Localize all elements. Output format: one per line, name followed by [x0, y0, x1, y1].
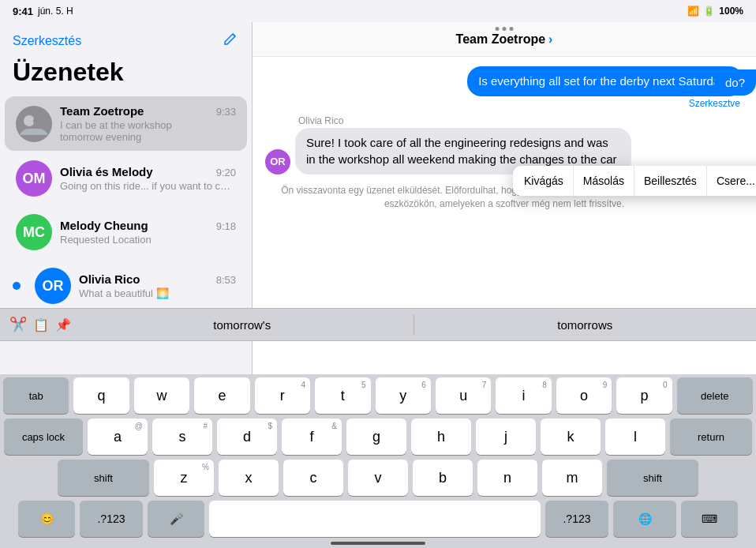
key-y[interactable]: 6y	[376, 377, 431, 414]
key-s[interactable]: #s	[152, 419, 212, 455]
home-indicator	[331, 542, 425, 545]
keyboard: tab q w e 4r 5t 6y 7u 8i 9o 0p delete ca…	[0, 374, 756, 548]
tab-key[interactable]: tab	[3, 377, 69, 414]
return-key[interactable]: return	[670, 419, 752, 455]
message-time: 9:18	[216, 220, 236, 232]
key-x[interactable]: x	[219, 460, 279, 496]
partial-bubble: do?	[714, 69, 756, 96]
autocomplete-suggestion-1[interactable]: tomorrow's	[71, 318, 414, 332]
avatar-small: OR	[265, 149, 290, 175]
mic-key[interactable]: 🎤	[148, 501, 204, 537]
list-item[interactable]: MC Melody Cheung 9:18 Requested Location	[5, 206, 247, 258]
sidebar-edit-button[interactable]: Szerkesztés	[13, 34, 81, 48]
message-time: 9:33	[216, 106, 236, 118]
key-r[interactable]: 4r	[255, 377, 310, 414]
message-top: Team Zoetrope 9:33	[60, 104, 236, 118]
status-right-icons: 📶 🔋 100%	[687, 6, 743, 17]
message-top: Olivia Rico 8:53	[79, 272, 236, 286]
message-sender: Team Zoetrope	[60, 104, 144, 118]
key-c[interactable]: c	[283, 460, 343, 496]
message-content: Team Zoetrope 9:33 I can be at the works…	[60, 104, 236, 143]
context-paste[interactable]: Beillesztés	[634, 166, 707, 196]
keyboard-row-2: caps lock @a #s $d &f g h j k l return	[3, 419, 753, 455]
key-k[interactable]: k	[541, 419, 601, 455]
paste-icon[interactable]: 📌	[55, 317, 71, 332]
globe-key[interactable]: 🌐	[613, 501, 676, 537]
key-w[interactable]: w	[134, 377, 189, 414]
autocomplete-suggestion-2[interactable]: tomorrows	[414, 318, 757, 332]
key-g[interactable]: g	[346, 419, 406, 455]
key-a[interactable]: @a	[88, 419, 148, 455]
scissors-icon[interactable]: ✂️	[9, 316, 27, 333]
list-item[interactable]: Team Zoetrope 9:33 I can be at the works…	[5, 96, 247, 151]
battery-icon: 🔋	[703, 6, 715, 17]
clipboard-icons: ✂️ 📋 📌	[0, 316, 71, 333]
key-b[interactable]: b	[413, 460, 473, 496]
sidebar-compose-button[interactable]	[222, 30, 239, 51]
key-m[interactable]: m	[542, 460, 602, 496]
key-u[interactable]: 7u	[436, 377, 491, 414]
edited-label: Szerkesztve	[689, 98, 740, 109]
wifi-icon: 📶	[687, 6, 699, 17]
chat-chevron: ›	[548, 32, 552, 47]
key-h[interactable]: h	[411, 419, 471, 455]
copy-icon[interactable]: 📋	[33, 317, 49, 332]
key-p[interactable]: 0p	[616, 377, 672, 414]
list-item[interactable]: OM Olivia és Melody 9:20 Going on this r…	[5, 152, 247, 205]
chat-header: Team Zoetrope ›	[253, 22, 756, 57]
key-t[interactable]: 5t	[315, 377, 370, 414]
delete-key[interactable]: delete	[677, 377, 753, 414]
context-menu: Kivágás Másolás Beillesztés Csere... Aut…	[513, 166, 756, 196]
context-cut[interactable]: Kivágás	[515, 166, 574, 196]
keyboard-row-4: 😊 .?123 🎤 .?123 🌐 ⌨	[3, 501, 753, 537]
sidebar-header: Szerkesztés	[0, 22, 252, 58]
num-key-right[interactable]: .?123	[545, 501, 608, 537]
avatar: OR	[35, 268, 71, 304]
outgoing-bubble: Is everything all set for the derby next…	[467, 66, 743, 96]
left-shift-key[interactable]: shift	[58, 460, 149, 496]
key-j[interactable]: j	[476, 419, 536, 455]
key-d[interactable]: $d	[217, 419, 277, 455]
message-time: 9:20	[216, 167, 236, 178]
caps-lock-key[interactable]: caps lock	[4, 419, 83, 455]
key-i[interactable]: 8i	[496, 377, 551, 414]
list-item[interactable]: OR Olivia Rico 8:53 What a beautiful 🌅	[5, 260, 247, 312]
key-v[interactable]: v	[348, 460, 408, 496]
message-top: Melody Cheung 9:18	[60, 219, 236, 232]
space-key[interactable]	[209, 501, 541, 537]
avatar	[16, 106, 52, 142]
chat-title: Team Zoetrope	[456, 32, 546, 47]
key-f[interactable]: &f	[282, 419, 342, 455]
message-content: Melody Cheung 9:18 Requested Location	[60, 219, 236, 246]
message-sender: Olivia Rico	[79, 272, 140, 286]
context-replace[interactable]: Csere...	[707, 166, 756, 196]
key-e[interactable]: e	[194, 377, 249, 414]
bubble-row-outgoing: Is everything all set for the derby next…	[265, 66, 743, 109]
status-bar: 9:41 jún. 5. H 📶 🔋 100%	[0, 0, 756, 22]
key-q[interactable]: q	[73, 377, 129, 414]
message-sender: Melody Cheung	[60, 219, 148, 232]
key-z[interactable]: %z	[154, 460, 214, 496]
unread-dot	[13, 282, 21, 290]
emoji-key[interactable]: 😊	[18, 501, 75, 537]
svg-point-0	[24, 115, 35, 126]
message-preview: I can be at the workshoptomorrow evening	[60, 119, 236, 143]
key-l[interactable]: l	[605, 419, 665, 455]
keyboard-row-3: shift %z x c v b n m shift	[3, 460, 753, 496]
sidebar-title: Üzenetek	[0, 58, 252, 96]
bubble-sender: Olivia Rico	[298, 115, 743, 126]
key-n[interactable]: n	[477, 460, 537, 496]
message-time: 8:53	[216, 274, 236, 286]
status-date: jún. 5. H	[38, 6, 73, 17]
right-shift-key[interactable]: shift	[607, 460, 698, 496]
avatar: MC	[16, 214, 52, 250]
message-top: Olivia és Melody 9:20	[60, 165, 236, 178]
context-copy[interactable]: Másolás	[574, 166, 634, 196]
keyboard-dismiss-key[interactable]: ⌨	[681, 501, 738, 537]
status-time: 9:41	[13, 6, 33, 17]
avatar: OM	[16, 160, 52, 197]
num-key-left[interactable]: .?123	[80, 501, 143, 537]
key-o[interactable]: 9o	[556, 377, 612, 414]
message-sender: Olivia és Melody	[60, 165, 153, 178]
message-content: Olivia Rico 8:53 What a beautiful 🌅	[79, 272, 236, 299]
